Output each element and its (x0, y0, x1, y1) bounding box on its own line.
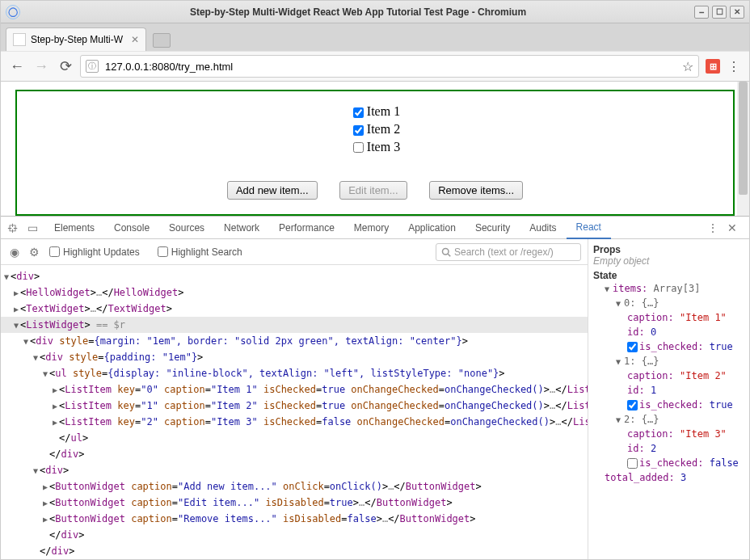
react-settings-icon[interactable]: ⚙ (27, 245, 41, 259)
browser-toolbar: ← → ⟳ ⓘ ☆ ⊞ ⋮ (1, 51, 749, 82)
tab-elements[interactable]: Elements (44, 217, 104, 238)
tree-row[interactable]: ▶<TextWidget>…</TextWidget> (1, 301, 588, 317)
tree-row[interactable]: ▶<HelloWidget>…</HelloWidget> (1, 284, 588, 301)
app-icon: ◯ (6, 5, 20, 19)
page-icon (13, 33, 26, 46)
tab-audits[interactable]: Audits (520, 217, 566, 238)
devtools-close-icon[interactable]: ✕ (725, 221, 739, 235)
forward-button[interactable]: → (32, 57, 51, 76)
svg-point-0 (443, 248, 449, 255)
reload-button[interactable]: ⟳ (56, 57, 75, 76)
react-sidebar[interactable]: PropsEmpty objectState▼items: Array[3]▼0… (588, 239, 749, 559)
item-checkbox[interactable] (353, 125, 364, 136)
react-toolbar: ◉ ⚙ Highlight Updates Highlight Search S… (1, 239, 588, 265)
react-component-tree[interactable]: ▼<div>▶<HelloWidget>…</HelloWidget>▶<Tex… (1, 265, 588, 559)
item-label: Item 3 (367, 140, 400, 154)
tree-row[interactable]: ▼<div style={padding: "1em"}> (1, 349, 588, 365)
back-button[interactable]: ← (7, 57, 27, 76)
item-label: Item 2 (367, 122, 400, 136)
tab-memory[interactable]: Memory (344, 217, 398, 238)
window-title: Step-by-Step Multi-Widget React Web App … (25, 6, 691, 18)
tree-row[interactable]: ▼<div> (1, 268, 588, 284)
add-item-button[interactable]: Add new item... (227, 181, 318, 200)
tab-application[interactable]: Application (398, 217, 466, 238)
svg-line-1 (448, 254, 450, 256)
extension-icon[interactable]: ⊞ (706, 59, 720, 74)
scrollbar[interactable] (737, 82, 749, 216)
device-mode-icon[interactable]: ▭ (25, 221, 40, 235)
highlight-updates-toggle[interactable]: Highlight Updates (46, 244, 140, 259)
tab-console[interactable]: Console (104, 217, 159, 238)
react-search-input[interactable]: Search (text or /regex/) (436, 243, 581, 261)
tree-row[interactable]: ▼<div style={margin: "1em", border: "sol… (1, 333, 588, 349)
devtools-tabs: ⯐ ▭ Elements Console Sources Network Per… (1, 217, 749, 239)
maximize-button[interactable]: ☐ (712, 6, 727, 19)
tree-row[interactable]: ▶<ListItem key="2" caption="Item 3" isCh… (1, 414, 588, 430)
devtools-menu-icon[interactable]: ⋮ (706, 221, 720, 235)
props-heading: Props (593, 244, 744, 255)
state-is-checked-checkbox[interactable] (627, 458, 638, 469)
page-viewport: Item 1 Item 2 Item 3 Add new item... Edi… (1, 82, 749, 216)
browser-tab-label: Step-by-Step Multi-W (31, 34, 123, 45)
highlight-search-toggle[interactable]: Highlight Search (154, 244, 242, 259)
tree-row[interactable]: </div> (1, 543, 588, 559)
state-is-checked-checkbox[interactable] (627, 342, 638, 352)
tree-row[interactable]: </div> (1, 527, 588, 543)
bookmark-star-icon[interactable]: ☆ (682, 59, 693, 74)
tree-row[interactable]: ▶<ListItem key="1" caption="Item 2" isCh… (1, 398, 588, 414)
list-item: Item 3 (350, 140, 400, 156)
list-item: Item 1 (350, 104, 400, 120)
tree-row[interactable]: ▼<ul style={display: "inline-block", tex… (1, 365, 588, 381)
browser-tab[interactable]: Step-by-Step Multi-W ✕ (6, 27, 146, 51)
remove-items-button[interactable]: Remove items... (429, 181, 523, 200)
menu-button[interactable]: ⋮ (725, 57, 743, 75)
item-checkbox[interactable] (353, 107, 364, 118)
tree-row[interactable]: ▶<ButtonWidget caption="Remove items..."… (1, 511, 588, 527)
tree-row[interactable]: ▶<ButtonWidget caption="Edit item..." is… (1, 495, 588, 511)
item-checkbox[interactable] (353, 142, 364, 153)
inspect-icon[interactable]: ⯐ (6, 221, 20, 235)
tree-row[interactable]: </div> (1, 446, 588, 462)
state-heading: State (593, 270, 744, 281)
tab-sources[interactable]: Sources (159, 217, 214, 238)
edit-item-button[interactable]: Edit item... (339, 181, 407, 200)
info-icon[interactable]: ⓘ (86, 60, 99, 73)
tree-row[interactable]: ▼<ListWidget> == $r (1, 317, 588, 333)
new-tab-button[interactable] (153, 33, 171, 48)
devtools-panel: ⯐ ▭ Elements Console Sources Network Per… (1, 216, 749, 559)
minimize-button[interactable]: ‒ (694, 6, 709, 19)
item-label: Item 1 (367, 104, 400, 118)
tree-row[interactable]: </ul> (1, 430, 588, 446)
tab-security[interactable]: Security (466, 217, 520, 238)
tree-row[interactable]: ▶<ButtonWidget caption="Add new item..."… (1, 478, 588, 495)
window-titlebar: ◯ Step-by-Step Multi-Widget React Web Ap… (1, 1, 749, 23)
react-inspect-icon[interactable]: ◉ (7, 245, 22, 259)
address-bar[interactable]: ⓘ ☆ (80, 55, 699, 78)
tab-react[interactable]: React (567, 217, 611, 239)
state-is-checked-checkbox[interactable] (627, 400, 638, 411)
close-tab-icon[interactable]: ✕ (131, 34, 139, 45)
url-input[interactable] (103, 60, 677, 74)
list-widget-container: Item 1 Item 2 Item 3 Add new item... Edi… (15, 90, 735, 216)
tab-network[interactable]: Network (214, 217, 269, 238)
browser-tabstrip: Step-by-Step Multi-W ✕ (1, 23, 749, 51)
list-item: Item 2 (350, 122, 400, 138)
tree-row[interactable]: ▶<ListItem key="0" caption="Item 1" isCh… (1, 381, 588, 398)
items-list: Item 1 Item 2 Item 3 (350, 103, 400, 157)
tab-performance[interactable]: Performance (269, 217, 344, 238)
tree-row[interactable]: ▼<div> (1, 462, 588, 478)
close-window-button[interactable]: ✕ (730, 6, 744, 19)
